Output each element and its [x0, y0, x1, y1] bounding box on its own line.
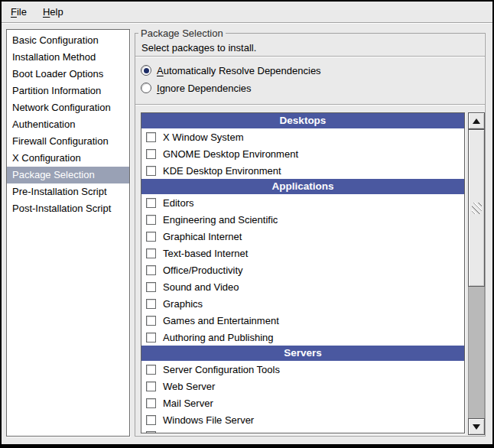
package-row-gnome-desktop-environment[interactable]: GNOME Desktop Environment — [141, 145, 464, 162]
sidebar-item-pre-installation-script[interactable]: Pre-Installation Script — [7, 183, 129, 200]
package-checkbox[interactable] — [146, 299, 156, 309]
package-checkbox[interactable] — [146, 215, 156, 225]
package-label: Sound and Video — [163, 281, 239, 293]
sidebar-item-installation-method[interactable]: Installation Method — [7, 49, 129, 66]
package-label: Authoring and Publishing — [163, 332, 274, 343]
package-row-graphical-internet[interactable]: Graphical Internet — [141, 228, 464, 245]
radio-dot — [144, 68, 149, 73]
package-checkbox[interactable] — [146, 232, 156, 242]
subtitle-text: Select packages to install. — [141, 42, 256, 54]
package-row-sound-and-video[interactable]: Sound and Video — [141, 278, 464, 295]
package-row-server-configuration-tools[interactable]: Server Configuration Tools — [141, 361, 464, 378]
sidebar-item-package-selection[interactable]: Package Selection — [7, 167, 129, 183]
package-label: Server Configuration Tools — [163, 364, 280, 375]
package-row-graphics[interactable]: Graphics — [141, 295, 464, 312]
separator — [135, 104, 485, 106]
package-row-engineering-and-scientific[interactable]: Engineering and Scientific — [141, 211, 464, 228]
package-checkbox[interactable] — [146, 248, 156, 258]
package-label: Web Server — [163, 381, 215, 392]
package-row-web-server[interactable]: Web Server — [141, 378, 464, 394]
menu-item-file[interactable]: File — [8, 5, 29, 19]
package-checkbox[interactable] — [146, 316, 156, 326]
package-row-office-productivity[interactable]: Office/Productivity — [141, 261, 464, 278]
radio-button-icon[interactable] — [141, 83, 151, 93]
package-row-text-based-internet[interactable]: Text-based Internet — [141, 245, 464, 261]
package-row-kde-desktop-environment[interactable]: KDE Desktop Environment — [141, 162, 464, 179]
package-label: KDE Desktop Environment — [163, 165, 281, 177]
scrollbar-track[interactable] — [468, 129, 485, 418]
package-group-list[interactable]: DesktopsX Window SystemGNOME Desktop Env… — [141, 112, 465, 433]
menu-separator — [2, 22, 492, 24]
arrow-up-icon — [473, 118, 480, 124]
section-header-applications: Applications — [141, 179, 464, 194]
sidebar-item-firewall-configuration[interactable]: Firewall Configuration — [7, 133, 129, 150]
package-checkbox[interactable] — [146, 166, 156, 176]
section-header-desktops: Desktops — [141, 113, 464, 128]
package-row-clipped[interactable] — [141, 428, 464, 433]
package-row-x-window-system[interactable]: X Window System — [141, 128, 464, 145]
radio-automatically-resolve-dependencies[interactable]: Automatically Resolve Dependencies — [141, 64, 321, 76]
sidebar-item-x-configuration[interactable]: X Configuration — [7, 150, 129, 167]
package-checkbox[interactable] — [146, 381, 156, 391]
radio-button-icon[interactable] — [141, 65, 151, 76]
scrollbar-grip-icon — [472, 203, 482, 214]
package-label: Games and Entertainment — [163, 315, 279, 326]
package-checkbox[interactable] — [146, 415, 156, 425]
scrollbar-thumb[interactable] — [468, 129, 485, 287]
package-label: Editors — [163, 197, 193, 209]
package-label: Graphics — [163, 298, 203, 310]
scroll-down-button[interactable] — [468, 418, 485, 435]
package-label: Mail Server — [163, 398, 213, 409]
sidebar-item-network-configuration[interactable]: Network Configuration — [7, 99, 129, 116]
package-label: Graphical Internet — [163, 231, 242, 242]
package-label: Windows File Server — [163, 414, 254, 426]
package-checkbox[interactable] — [146, 431, 156, 433]
package-label: Engineering and Scientific — [163, 214, 278, 226]
sidebar-item-partition-information[interactable]: Partition Information — [7, 83, 129, 99]
package-row-authoring-and-publishing[interactable]: Authoring and Publishing — [141, 329, 464, 346]
package-row-games-and-entertainment[interactable]: Games and Entertainment — [141, 312, 464, 329]
package-label: GNOME Desktop Environment — [163, 148, 298, 160]
radio-ignore-dependencies[interactable]: Ignore Dependencies — [141, 82, 252, 94]
sidebar-item-post-installation-script[interactable]: Post-Installation Script — [7, 200, 129, 217]
menu-bar: FileHelp — [2, 2, 492, 22]
sidebar-item-boot-loader-options[interactable]: Boot Loader Options — [7, 66, 129, 83]
section-header-servers: Servers — [141, 346, 464, 361]
package-row-editors[interactable]: Editors — [141, 194, 464, 211]
package-checkbox[interactable] — [146, 149, 156, 159]
radio-label: Automatically Resolve Dependencies — [157, 65, 321, 76]
package-label: Text-based Internet — [163, 248, 248, 259]
radio-label: Ignore Dependencies — [157, 83, 252, 94]
package-checkbox[interactable] — [146, 132, 156, 142]
arrow-down-icon — [473, 424, 480, 430]
package-label: X Window System — [163, 131, 243, 143]
separator — [135, 56, 485, 57]
sidebar-item-authentication[interactable]: Authentication — [7, 116, 129, 133]
menu-item-help[interactable]: Help — [41, 5, 66, 19]
package-checkbox[interactable] — [146, 198, 156, 208]
package-checkbox[interactable] — [146, 282, 156, 292]
package-checkbox[interactable] — [146, 398, 156, 408]
scroll-up-button[interactable] — [468, 112, 485, 129]
package-row-windows-file-server[interactable]: Windows File Server — [141, 411, 464, 428]
package-label: Office/Productivity — [163, 265, 243, 276]
frame-title: Package Selection — [138, 28, 226, 39]
config-section-list: Basic ConfigurationInstallation MethodBo… — [6, 29, 130, 437]
package-checkbox[interactable] — [146, 265, 156, 275]
package-checkbox[interactable] — [146, 365, 156, 375]
package-checkbox[interactable] — [146, 333, 156, 342]
sidebar-item-basic-configuration[interactable]: Basic Configuration — [7, 32, 129, 49]
package-row-mail-server[interactable]: Mail Server — [141, 394, 464, 411]
kickstart-configurator-window: FileHelp Basic ConfigurationInstallation… — [0, 0, 494, 448]
